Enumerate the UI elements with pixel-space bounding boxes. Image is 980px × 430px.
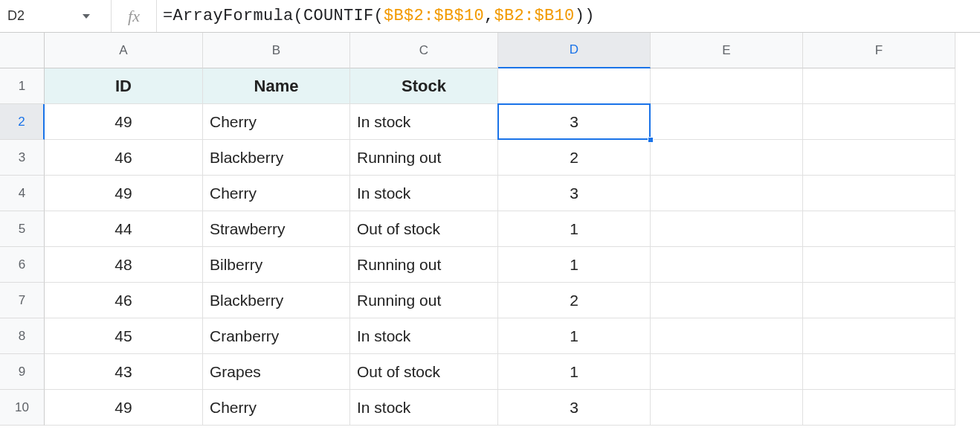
cell-D7[interactable]: 2 [498,283,651,318]
cell-A6[interactable]: 48 [45,247,203,283]
formula-ref2: $B2:$B10 [494,7,575,25]
fx-icon: fx [112,7,156,26]
cell-A3[interactable]: 46 [45,140,203,176]
formula-bar: D2 fx =ArrayFormula(COUNTIF($B$2:$B$10,$… [0,0,980,33]
cell-F2[interactable] [803,104,955,140]
cell-D10[interactable]: 3 [498,390,651,426]
cell-A2[interactable]: 49 [45,104,203,140]
cell-B6[interactable]: Bilberry [203,247,350,283]
row-header-2[interactable]: 2 [0,104,45,140]
row-header-6[interactable]: 6 [0,247,45,283]
cell-C9[interactable]: Out of stock [350,354,498,390]
cell-F1[interactable] [803,68,955,104]
row-header-5[interactable]: 5 [0,211,45,247]
cell-B3[interactable]: Blackberry [203,140,350,176]
row-header-1[interactable]: 1 [0,68,45,104]
col-header-D[interactable]: D [498,33,651,68]
cell-C5[interactable]: Out of stock [350,211,498,247]
formula-ref1: $B$2:$B$10 [384,7,484,25]
cell-F8[interactable] [803,318,955,354]
cell-B7[interactable]: Blackberry [203,283,350,318]
cell-A4[interactable]: 49 [45,176,203,211]
cell-D1[interactable] [498,68,651,104]
cell-F3[interactable] [803,140,955,176]
formula-text-prefix: =ArrayFormula(COUNTIF( [163,7,384,25]
cell-C7[interactable]: Running out [350,283,498,318]
col-header-C[interactable]: C [350,33,498,68]
row-header-10[interactable]: 10 [0,390,45,426]
cell-E5[interactable] [651,211,803,247]
col-header-F[interactable]: F [803,33,955,68]
cell-A5[interactable]: 44 [45,211,203,247]
row-header-3[interactable]: 3 [0,140,45,176]
cell-B10[interactable]: Cherry [203,390,350,426]
cell-D6[interactable]: 1 [498,247,651,283]
row-header-4[interactable]: 4 [0,176,45,211]
cell-C8[interactable]: In stock [350,318,498,354]
cell-E9[interactable] [651,354,803,390]
formula-comma: , [484,7,494,25]
cell-E2[interactable] [651,104,803,140]
cell-E3[interactable] [651,140,803,176]
cell-F7[interactable] [803,283,955,318]
col-header-B[interactable]: B [203,33,350,68]
spreadsheet-grid[interactable]: A B C D E F 1 ID Name Stock 2 49 Cherry … [0,33,980,426]
cell-D2-value: 3 [570,113,578,131]
cell-B4[interactable]: Cherry [203,176,350,211]
cell-F4[interactable] [803,176,955,211]
cell-C4[interactable]: In stock [350,176,498,211]
cell-C10[interactable]: In stock [350,390,498,426]
name-box-value: D2 [7,8,25,24]
cell-D4[interactable]: 3 [498,176,651,211]
cell-C3[interactable]: Running out [350,140,498,176]
cell-D5[interactable]: 1 [498,211,651,247]
row-header-9[interactable]: 9 [0,354,45,390]
dropdown-icon[interactable] [83,14,90,19]
cell-A10[interactable]: 49 [45,390,203,426]
cell-C1[interactable]: Stock [350,68,498,104]
cell-B9[interactable]: Grapes [203,354,350,390]
cell-F5[interactable] [803,211,955,247]
cell-A9[interactable]: 43 [45,354,203,390]
cell-B2[interactable]: Cherry [203,104,350,140]
select-all-corner[interactable] [0,33,45,68]
cell-B5[interactable]: Strawberry [203,211,350,247]
cell-F9[interactable] [803,354,955,390]
cell-A7[interactable]: 46 [45,283,203,318]
cell-E6[interactable] [651,247,803,283]
row-header-8[interactable]: 8 [0,318,45,354]
cell-B8[interactable]: Cranberry [203,318,350,354]
cell-E10[interactable] [651,390,803,426]
cell-C6[interactable]: Running out [350,247,498,283]
col-header-A[interactable]: A [45,33,203,68]
cell-E7[interactable] [651,283,803,318]
cell-E4[interactable] [651,176,803,211]
cell-F6[interactable] [803,247,955,283]
formula-text-suffix: )) [575,7,595,25]
cell-A8[interactable]: 45 [45,318,203,354]
cell-A1[interactable]: ID [45,68,203,104]
cell-C2[interactable]: In stock [350,104,498,140]
cell-F10[interactable] [803,390,955,426]
cell-B1[interactable]: Name [203,68,350,104]
cell-D3[interactable]: 2 [498,140,651,176]
row-header-7[interactable]: 7 [0,283,45,318]
cell-E1[interactable] [651,68,803,104]
name-box[interactable]: D2 [0,0,112,32]
cell-D2[interactable]: 3 [498,104,651,140]
cell-E8[interactable] [651,318,803,354]
col-header-E[interactable]: E [651,33,803,68]
cell-D8[interactable]: 1 [498,318,651,354]
fill-handle[interactable] [648,137,654,143]
cell-D9[interactable]: 1 [498,354,651,390]
formula-input[interactable]: =ArrayFormula(COUNTIF($B$2:$B$10,$B2:$B1… [156,0,980,32]
